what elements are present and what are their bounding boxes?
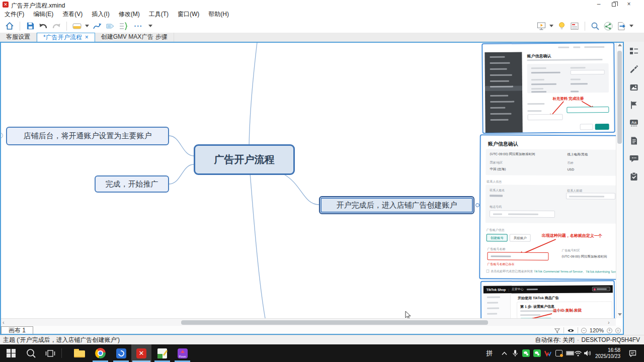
share-button[interactable] bbox=[602, 20, 615, 32]
document-tab-bar: 客服设置 *广告开户流程 × 创建GMV MAX广告 步骤 bbox=[0, 33, 644, 42]
notes-button[interactable] bbox=[568, 20, 581, 32]
taskbar-xmind-active[interactable]: ✕ bbox=[131, 344, 151, 362]
menu-file[interactable]: 文件(F) bbox=[0, 10, 29, 19]
tray-wechat2-icon[interactable] bbox=[531, 344, 542, 362]
zoom-level[interactable]: 120% bbox=[590, 327, 604, 333]
tab-close-icon[interactable]: × bbox=[85, 33, 89, 42]
preview-eye-icon[interactable] bbox=[567, 327, 575, 334]
mindmap-canvas[interactable]: + 店铺后台，将开通账户设置为主要账户 完成，开始推广 广告开户流程 开户完成后… bbox=[0, 42, 616, 318]
notification-center-button[interactable] bbox=[625, 344, 640, 362]
screenshot-account-info-form[interactable]: 账户信息确认 (UTC-09:00) 阿拉斯加标准时间 线上电商/其他 国家/地… bbox=[479, 134, 616, 280]
menu-modify[interactable]: 修改(M) bbox=[114, 10, 144, 19]
topic-start-promotion[interactable]: 完成，开始推广 bbox=[95, 175, 169, 193]
search-button[interactable] bbox=[589, 20, 602, 32]
editor-area: + 店铺后台，将开通账户设置为主要账户 完成，开始推广 广告开户流程 开户完成后… bbox=[0, 42, 624, 335]
image-icon[interactable] bbox=[629, 83, 638, 92]
horizontal-scrollbar[interactable]: ‹ › bbox=[0, 318, 616, 326]
topic-expand-handle[interactable] bbox=[475, 203, 479, 207]
export-button[interactable] bbox=[615, 20, 628, 32]
tab-customer-service[interactable]: 客服设置 bbox=[0, 33, 37, 42]
taskbar-file-explorer[interactable] bbox=[69, 344, 90, 362]
taskbar-founder-app[interactable]: Foun bbox=[173, 344, 192, 362]
save-button[interactable] bbox=[24, 20, 37, 32]
close-button[interactable]: × bbox=[621, 0, 636, 9]
marker-flag-icon[interactable] bbox=[629, 101, 638, 110]
home-button[interactable] bbox=[3, 20, 16, 32]
boundary-button[interactable] bbox=[117, 20, 130, 32]
topic-shop-backend[interactable]: 店铺后台，将开通账户设置为主要账户 bbox=[6, 127, 169, 145]
remote-app-icon bbox=[116, 348, 126, 358]
tray-microphone-icon[interactable] bbox=[510, 344, 520, 362]
format-panel-rail: Aa bbox=[624, 42, 644, 335]
cancel-button-mini bbox=[580, 124, 593, 130]
notes-app-icon bbox=[157, 348, 167, 358]
format-brush-icon[interactable] bbox=[629, 65, 638, 74]
vertical-scrollbar[interactable] bbox=[616, 42, 623, 318]
scroll-left-arrow[interactable]: ‹ bbox=[3, 319, 5, 326]
horizontal-scroll-thumb[interactable] bbox=[181, 320, 488, 325]
terms-checkbox bbox=[486, 270, 489, 273]
device-name: DESKTOP-RQ5H4FV bbox=[582, 336, 640, 343]
outline-icon[interactable] bbox=[629, 47, 638, 56]
menu-view[interactable]: 查看(V) bbox=[58, 10, 87, 19]
ad-timezone-label: 广告账号时区 bbox=[562, 248, 580, 253]
autosave-status[interactable]: 自动保存: 关闭 bbox=[535, 336, 575, 344]
taskbar-clock[interactable]: 16:58 2025/10/23 bbox=[593, 344, 623, 362]
menu-insert[interactable]: 插入(I) bbox=[87, 10, 114, 19]
relationship-button[interactable] bbox=[91, 20, 104, 32]
tab-label: *广告开户流程 bbox=[43, 33, 82, 42]
task-view-button[interactable] bbox=[41, 344, 59, 362]
ime-indicator[interactable]: 拼 bbox=[484, 344, 495, 362]
scroll-right-arrow[interactable]: › bbox=[608, 319, 610, 326]
new-topic-button[interactable] bbox=[70, 20, 84, 32]
presentation-button[interactable] bbox=[535, 20, 548, 32]
more-tools-dropdown[interactable] bbox=[148, 25, 152, 27]
zoom-fit-button[interactable]: = bbox=[615, 328, 621, 333]
tab-ad-account-flow[interactable]: *广告开户流程 × bbox=[37, 33, 95, 42]
menu-window[interactable]: 窗口(W) bbox=[173, 10, 204, 19]
export-dropdown[interactable] bbox=[629, 25, 633, 27]
sticker-text-icon[interactable]: Aa bbox=[629, 118, 638, 127]
summary-icon bbox=[105, 21, 115, 31]
zoom-in-button[interactable]: + bbox=[607, 328, 612, 333]
task-clipboard-icon[interactable] bbox=[629, 172, 638, 181]
summary-button[interactable] bbox=[104, 20, 117, 32]
sheet-tab-canvas1[interactable]: 画布 1 bbox=[1, 326, 33, 334]
tray-wechat-icon[interactable] bbox=[520, 344, 531, 362]
tray-security-icon[interactable] bbox=[542, 344, 553, 362]
menu-edit[interactable]: 编辑(E) bbox=[29, 10, 58, 19]
undo-button[interactable] bbox=[37, 20, 50, 32]
tray-hidden-icons[interactable] bbox=[499, 344, 509, 362]
more-tools-button[interactable]: ··· bbox=[130, 20, 147, 32]
menu-help[interactable]: 帮助(H) bbox=[204, 10, 233, 19]
confirm-dialog: 账户信息确认 补充资料 完成 bbox=[523, 50, 613, 133]
presentation-dropdown[interactable] bbox=[549, 25, 553, 27]
central-topic[interactable]: 广告开户流程 bbox=[194, 144, 295, 175]
topic-selected-create-ad-account[interactable]: 开户完成后，进入店铺广告创建账户 bbox=[319, 196, 474, 214]
menu-bar: 文件(F) 编辑(E) 查看(V) 插入(I) 修改(M) 工具(T) 窗口(W… bbox=[0, 10, 644, 19]
redo-button[interactable] bbox=[50, 20, 63, 32]
taskbar-search-button[interactable] bbox=[21, 344, 41, 362]
screenshot-tiktok-shop-ads[interactable]: TikTok Shop | 卖家中心 开 bbox=[480, 280, 615, 318]
vertical-scroll-thumb[interactable] bbox=[617, 51, 622, 144]
start-button[interactable] bbox=[1, 344, 21, 362]
maximize-button[interactable] bbox=[606, 0, 621, 9]
note-icon[interactable] bbox=[629, 136, 638, 145]
tray-screenshot-icon[interactable] bbox=[553, 344, 565, 362]
taskbar-notes-app[interactable] bbox=[152, 344, 172, 362]
comment-icon[interactable] bbox=[629, 154, 638, 163]
scroll-down-arrow[interactable] bbox=[618, 313, 622, 316]
taskbar-remote-app[interactable] bbox=[111, 344, 131, 362]
tab-gmv-max[interactable]: 创建GMV MAX广告 步骤 bbox=[95, 33, 174, 42]
menu-tools[interactable]: 工具(T) bbox=[144, 10, 173, 19]
tray-volume-icon[interactable] bbox=[582, 344, 593, 362]
taskbar-chrome[interactable] bbox=[91, 344, 110, 362]
minimize-button[interactable]: – bbox=[591, 0, 606, 9]
inspiration-button[interactable] bbox=[555, 20, 568, 32]
new-topic-dropdown[interactable] bbox=[85, 25, 89, 27]
filter-icon[interactable] bbox=[554, 327, 560, 334]
screenshot-account-confirm-modal[interactable]: 账户信息确认 补充资料 完成 bbox=[481, 42, 615, 134]
title-bar: ✕ 广告开户流程.xmind – × bbox=[0, 0, 644, 10]
scroll-up-arrow[interactable] bbox=[618, 44, 622, 46]
zoom-out-button[interactable]: − bbox=[581, 328, 587, 333]
